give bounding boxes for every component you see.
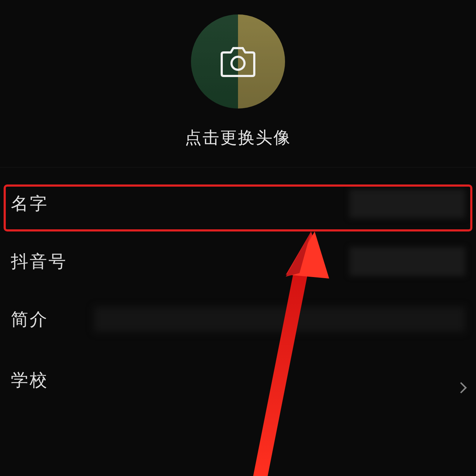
douyin-id-label: 抖音号 (11, 250, 67, 273)
avatar-change-button[interactable] (191, 14, 285, 109)
school-row[interactable]: 学校 (0, 348, 476, 392)
avatar-change-label: 点击更换头像 (185, 127, 291, 149)
name-value (349, 189, 465, 218)
douyin-id-value (349, 247, 465, 276)
bio-value (94, 307, 465, 332)
camera-icon (218, 45, 258, 78)
bio-label: 简介 (11, 308, 48, 331)
avatar-section: 点击更换头像 (0, 0, 476, 167)
school-label: 学校 (11, 369, 48, 392)
bio-row[interactable]: 简介 (0, 290, 476, 348)
douyin-id-row[interactable]: 抖音号 (0, 233, 476, 290)
profile-form: 名字 抖音号 简介 学校 (0, 167, 476, 476)
chevron-right-icon (455, 382, 467, 393)
svg-point-0 (231, 57, 245, 70)
name-row[interactable]: 名字 (0, 175, 476, 233)
name-label: 名字 (11, 192, 48, 215)
